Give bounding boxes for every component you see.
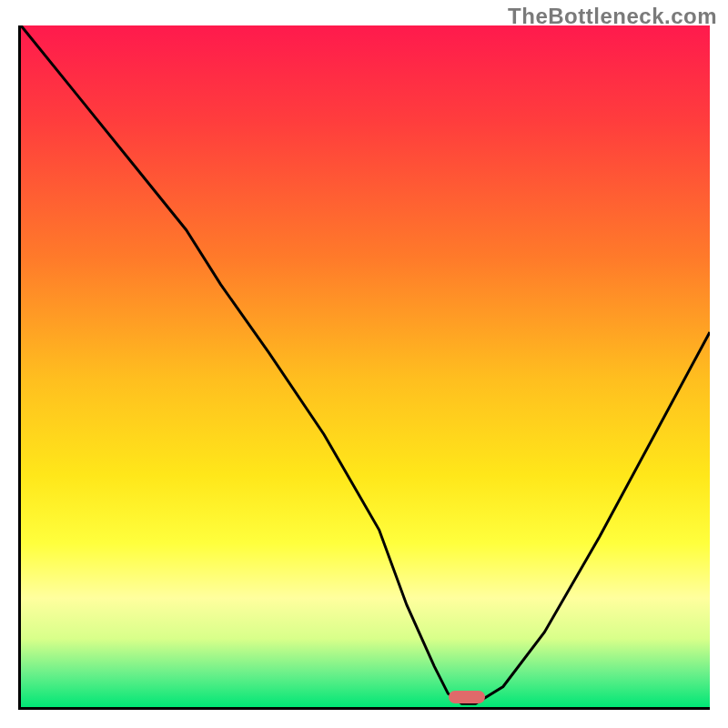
plot-area	[18, 25, 710, 710]
chart-container: TheBottleneck.com	[0, 0, 728, 728]
optimal-point-marker	[449, 691, 485, 703]
bottleneck-curve	[21, 25, 710, 707]
